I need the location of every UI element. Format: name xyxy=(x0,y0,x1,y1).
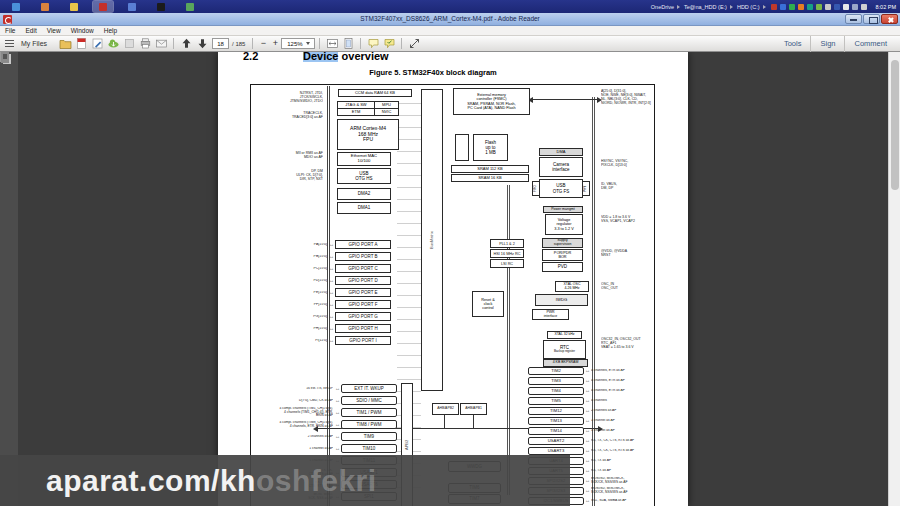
fit-width-icon[interactable] xyxy=(326,37,339,50)
taskbar-app-icon[interactable] xyxy=(122,1,142,12)
tray-icon[interactable] xyxy=(861,4,867,10)
menu-item[interactable]: Window xyxy=(66,26,99,36)
cloud-download-icon[interactable] xyxy=(107,37,120,50)
zoom-out-button[interactable]: − xyxy=(257,38,269,49)
block-bkpsram: 4 KB BKPSRAM xyxy=(543,359,588,367)
block-flash: Flash up to 1 MB xyxy=(473,134,508,161)
toolbar-right-button[interactable]: Tools xyxy=(775,36,811,52)
taskbar-app-icon[interactable] xyxy=(180,1,200,12)
taskbar-toolbar-label[interactable]: Te@na_HDD (E:) xyxy=(684,4,733,10)
save-icon[interactable] xyxy=(123,37,136,50)
menu-item[interactable]: File xyxy=(0,26,20,36)
pin-label-rtc: OSC32_IN, OSC32_OUT RTC_AF1 VBAT = 1.65 … xyxy=(601,337,656,349)
gpio-port-box: GPIO PORT I xyxy=(335,336,391,345)
menu-item[interactable]: Help xyxy=(99,26,122,36)
clock[interactable]: 8:02 PM xyxy=(876,4,896,10)
taskbar-app-icon[interactable] xyxy=(64,1,84,12)
next-page-icon[interactable] xyxy=(196,37,209,50)
toolbar-right-button[interactable]: Comment xyxy=(844,36,896,52)
tray-icon[interactable] xyxy=(843,4,849,10)
tray-icon[interactable] xyxy=(816,4,822,10)
minimize-button[interactable] xyxy=(845,14,862,24)
tray-icon[interactable] xyxy=(798,4,804,10)
gpio-port-row: PH[15:0] ↔ GPIO PORT H xyxy=(277,324,391,333)
pin-label: 4 channels, ETR as AF xyxy=(591,369,653,372)
sign-pen-icon[interactable] xyxy=(91,37,104,50)
pin-label: MOSI/SD, MISO/MCK, SCK/CK, NSS/WS as AF xyxy=(591,477,653,484)
previous-page-icon[interactable] xyxy=(180,37,193,50)
bidir-arrow-icon: ↔ xyxy=(585,418,590,423)
peripheral-box: SDIO / MMC xyxy=(341,396,397,405)
bridge-drop-line xyxy=(444,415,445,428)
toolbar-right-button[interactable]: Sign xyxy=(810,36,844,52)
windows-taskbar: OneDriveTe@na_HDD (E:)HDD (C:) 8:02 PM xyxy=(0,0,900,13)
taskbar-toolbar-label[interactable]: OneDrive xyxy=(651,4,680,10)
taskbar-app-icon[interactable] xyxy=(93,1,113,12)
pin-label-usb-fs: ID, VBUS, DM, DP xyxy=(601,182,656,190)
tray-icon[interactable] xyxy=(834,4,840,10)
document-area[interactable]: 2.2 Device overview Figure 5. STM32F40x … xyxy=(18,52,888,506)
pdf-page: 2.2 Device overview Figure 5. STM32F40x … xyxy=(218,52,688,506)
bidir-arrow-icon: ↔ xyxy=(329,266,334,271)
pin-label: SCL, SDA, SMBA as AF xyxy=(591,499,653,502)
comment-bubble-icon[interactable] xyxy=(367,37,380,50)
maximize-button[interactable] xyxy=(863,14,880,24)
menu-item[interactable]: Edit xyxy=(20,26,41,36)
tray-icon[interactable] xyxy=(780,4,786,10)
pin-label: 4 channels xyxy=(591,399,653,402)
block-sram-112: SRAM 112 KB xyxy=(451,165,529,173)
navigation-pane xyxy=(0,52,18,506)
annotation-check-icon[interactable] xyxy=(383,37,396,50)
app-icon xyxy=(41,3,49,11)
close-button[interactable] xyxy=(881,14,898,24)
taskbar-app-icons xyxy=(6,1,200,12)
email-icon[interactable] xyxy=(155,37,168,50)
taskbar-app-icon[interactable] xyxy=(151,1,171,12)
gpio-port-box: GPIO PORT G xyxy=(335,312,391,321)
fullscreen-icon[interactable] xyxy=(408,37,421,50)
tray-icon[interactable] xyxy=(771,4,777,10)
window-title: STM32F407xx_DS8626_ARM_Cortex-M4.pdf - A… xyxy=(0,15,900,22)
vertical-scrollbar[interactable] xyxy=(888,52,900,506)
convert-pdf-icon[interactable] xyxy=(75,37,88,50)
block-phy: PHY xyxy=(582,181,590,196)
tray-icon[interactable] xyxy=(852,4,858,10)
zoom-level-select[interactable]: 125% xyxy=(281,38,315,49)
peripheral-row: TIM2 ↔ 4 channels, ETR as AF xyxy=(528,367,653,375)
taskbar-app-icon[interactable] xyxy=(6,1,26,12)
hamburger-icon[interactable] xyxy=(5,40,14,47)
taskbar-toolbar-label[interactable]: HDD (C:) xyxy=(737,4,766,10)
tray-icon[interactable] xyxy=(807,4,813,10)
watermark-banner: aparat.com/khoshfekri xyxy=(0,455,570,506)
pin-label: 2 channels as AF xyxy=(253,435,333,438)
peripheral-row: 4 compl. channels (TIM8_CH[1:4]N), 4 cha… xyxy=(253,420,397,429)
zoom-in-button[interactable]: + xyxy=(269,38,281,49)
peripheral-box: TIM4 xyxy=(528,387,584,395)
gpio-port-row: PF[15:0] ↔ GPIO PORT F xyxy=(277,300,391,309)
pin-label: PD[15:0] xyxy=(277,279,327,283)
peripheral-row: TIM5 ↔ 4 channels xyxy=(528,397,653,405)
pin-label-supply: @VDD, @VDDA NRST xyxy=(601,249,656,257)
scrollbar-thumb[interactable] xyxy=(891,60,899,190)
window-titlebar[interactable]: STM32F407xx_DS8626_ARM_Cortex-M4.pdf - A… xyxy=(0,13,900,26)
my-files-tab[interactable]: My Files xyxy=(21,40,47,47)
pin-label: 4 channels, ETR as AF xyxy=(591,379,653,382)
peripheral-box: TIM10 xyxy=(341,444,397,453)
tray-icon[interactable] xyxy=(825,4,831,10)
tray-icon[interactable] xyxy=(789,4,795,10)
gpio-port-box: GPIO PORT C xyxy=(335,264,391,273)
peripheral-row: 16 ext. ITs, WKUP ↔ EXT IT. WKUP xyxy=(253,384,397,393)
block-sram-16: SRAM 16 KB xyxy=(451,174,529,182)
pin-label: PA[15:0] xyxy=(277,243,327,247)
print-icon[interactable] xyxy=(139,37,152,50)
peripheral-box: TIM12 xyxy=(528,407,584,415)
open-icon[interactable] xyxy=(59,37,72,50)
menu-item[interactable]: View xyxy=(42,26,66,36)
bidir-arrow-icon: ↔ xyxy=(585,378,590,383)
page-number-input[interactable] xyxy=(212,38,229,49)
taskbar-app-icon[interactable] xyxy=(35,1,55,12)
block-dma1: DMA1 xyxy=(337,202,391,214)
bidir-arrow-icon: ↔ xyxy=(335,386,340,391)
section-title: Device overview xyxy=(303,52,389,62)
fit-page-icon[interactable] xyxy=(342,37,355,50)
